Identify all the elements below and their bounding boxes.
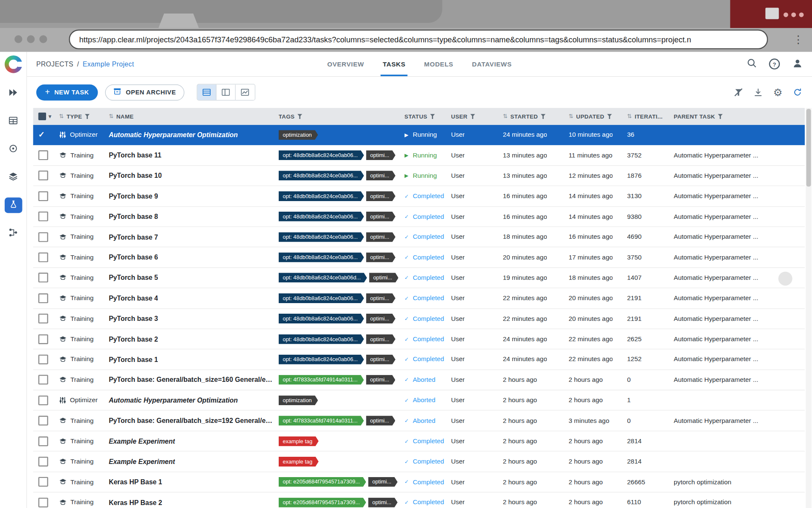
row-selected-check-icon[interactable]: ✓ <box>38 130 45 140</box>
vertical-scrollbar[interactable] <box>806 108 811 508</box>
filter-icon[interactable] <box>297 114 302 119</box>
window-dot-1[interactable] <box>784 12 788 17</box>
task-name[interactable]: PyTorch base 6 <box>109 254 158 261</box>
clearml-logo[interactable] <box>4 55 22 73</box>
row-checkbox[interactable] <box>38 252 48 262</box>
table-row[interactable]: TrainingPyTorch base 10opt: 48db0b8a6c82… <box>33 166 804 186</box>
refresh-icon[interactable] <box>791 86 804 98</box>
browser-reload-button[interactable] <box>39 35 47 43</box>
select-all-caret-icon[interactable]: ▾ <box>49 113 52 119</box>
open-archive-button[interactable]: OPEN ARCHIVE <box>105 84 184 100</box>
settings-icon[interactable]: ⚙ <box>771 86 784 98</box>
sort-icon[interactable]: ⇅ <box>109 113 114 120</box>
row-checkbox[interactable] <box>38 232 48 242</box>
table-row[interactable]: TrainingPyTorch base 1opt: 48db0b8a6c824… <box>33 350 804 370</box>
detail-view-button[interactable] <box>217 85 236 100</box>
sort-icon[interactable]: ⇅ <box>59 113 64 120</box>
browser-menu-icon[interactable]: ⋮ <box>793 31 804 47</box>
row-checkbox[interactable] <box>38 457 48 467</box>
download-icon[interactable] <box>752 86 764 98</box>
sort-icon[interactable]: ⇅ <box>627 113 632 120</box>
row-checkbox[interactable] <box>38 314 48 323</box>
task-name[interactable]: PyTorch base: General/batch_size=192 Gen… <box>109 417 274 425</box>
column-header-tags[interactable]: TAGS <box>279 113 405 120</box>
task-name[interactable]: Example Experiment <box>109 458 175 465</box>
column-header-user[interactable]: USER <box>451 113 503 120</box>
table-row[interactable]: TrainingKeras HP Base 1opt: e205d684f795… <box>33 472 804 492</box>
row-checkbox[interactable] <box>38 150 48 160</box>
row-checkbox[interactable] <box>38 334 48 344</box>
table-row[interactable]: TrainingPyTorch base: General/batch_size… <box>33 370 804 390</box>
sidebar-item-dashboard[interactable] <box>4 86 22 101</box>
column-header-updated[interactable]: ⇅UPDATED <box>568 113 627 120</box>
tab-dataviews[interactable]: DATAVIEWS <box>472 52 512 76</box>
task-name[interactable]: PyTorch base 5 <box>109 274 158 282</box>
task-name[interactable]: Keras HP Base 1 <box>109 478 162 486</box>
task-name[interactable]: PyTorch base 7 <box>109 233 158 241</box>
column-header-started[interactable]: ⇅STARTED <box>503 113 569 120</box>
table-row[interactable]: TrainingPyTorch base 5opt: 48db0b8a6c824… <box>33 268 804 288</box>
url-bar[interactable]: https://app.clear.ml/projects/2043a1657f… <box>69 30 768 50</box>
sort-icon[interactable]: ⇅ <box>568 113 573 120</box>
browser-forward-button[interactable] <box>27 35 35 43</box>
task-name[interactable]: PyTorch base 2 <box>109 335 158 343</box>
table-row[interactable]: TrainingPyTorch base 2opt: 48db0b8a6c824… <box>33 329 804 349</box>
sidebar-item-pipelines[interactable] <box>4 226 22 241</box>
clear-filters-icon[interactable] <box>732 86 744 98</box>
task-name[interactable]: PyTorch base 9 <box>109 192 158 200</box>
row-checkbox[interactable] <box>38 436 48 446</box>
sidebar-item-models[interactable] <box>4 169 22 185</box>
table-row[interactable]: TrainingPyTorch base 9opt: 48db0b8a6c824… <box>33 186 804 207</box>
table-row[interactable]: TrainingPyTorch base 6opt: 48db0b8a6c824… <box>33 248 804 268</box>
sidebar-item-datasets[interactable] <box>4 141 22 157</box>
column-header-name[interactable]: ⇅NAME <box>109 113 279 120</box>
table-row[interactable]: TrainingKeras HP Base 2opt: e205d684f795… <box>33 492 804 508</box>
table-row[interactable]: TrainingExample Experimentexample tag✓Co… <box>33 431 804 452</box>
tab-models[interactable]: MODELS <box>424 52 453 76</box>
breadcrumb-root[interactable]: PROJECTS <box>36 60 74 68</box>
help-icon[interactable]: ? <box>769 58 780 69</box>
row-checkbox[interactable] <box>38 416 48 425</box>
table-row[interactable]: TrainingPyTorch base 8opt: 48db0b8a6c824… <box>33 207 804 227</box>
breadcrumb-current[interactable]: Example Project <box>83 60 134 68</box>
tab-overview[interactable]: OVERVIEW <box>327 52 364 76</box>
row-checkbox[interactable] <box>38 273 48 283</box>
sidebar-item-projects[interactable] <box>4 113 22 129</box>
row-checkbox[interactable] <box>38 212 48 221</box>
task-name[interactable]: Automatic Hyperparameter Optimization <box>109 396 238 404</box>
row-checkbox[interactable] <box>38 171 48 180</box>
task-name[interactable]: PyTorch base 3 <box>109 315 158 323</box>
row-checkbox[interactable] <box>38 497 48 507</box>
filter-icon[interactable] <box>607 114 612 119</box>
table-row[interactable]: OptimizerAutomatic Hyperparameter Optimi… <box>33 390 804 411</box>
table-row[interactable]: TrainingExample Experimentexample tag✓Co… <box>33 452 804 472</box>
tab-tasks[interactable]: TASKS <box>383 52 406 76</box>
sidebar-item-experiments[interactable] <box>4 198 22 213</box>
column-header-status[interactable]: STATUS <box>404 113 451 120</box>
window-maximize-button[interactable] <box>765 8 779 19</box>
table-row[interactable]: TrainingPyTorch base 3opt: 48db0b8a6c824… <box>33 309 804 329</box>
column-header-type[interactable]: ⇅TYPE <box>59 113 109 120</box>
row-checkbox[interactable] <box>38 191 48 201</box>
filter-icon[interactable] <box>85 114 90 119</box>
row-checkbox[interactable] <box>38 293 48 303</box>
table-row[interactable]: TrainingPyTorch base 7opt: 48db0b8a6c824… <box>33 227 804 247</box>
task-name[interactable]: PyTorch base 8 <box>109 213 158 220</box>
table-row[interactable]: ✓OptimizerAutomatic Hyperparameter Optim… <box>33 125 804 145</box>
task-name[interactable]: PyTorch base 1 <box>109 356 158 363</box>
new-task-button[interactable]: + NEW TASK <box>36 84 98 100</box>
profile-icon[interactable] <box>792 58 802 70</box>
select-all-checkbox[interactable] <box>38 113 46 120</box>
row-checkbox[interactable] <box>38 375 48 385</box>
search-icon[interactable] <box>747 58 757 70</box>
row-checkbox[interactable] <box>38 395 48 405</box>
filter-icon[interactable] <box>470 114 475 119</box>
task-name[interactable]: PyTorch base 10 <box>109 172 162 179</box>
table-row[interactable]: TrainingPyTorch base 11opt: 48db0b8a6c82… <box>33 145 804 166</box>
row-checkbox[interactable] <box>38 477 48 487</box>
task-name[interactable]: PyTorch base: General/batch_size=160 Gen… <box>109 376 274 384</box>
window-dot-2[interactable] <box>791 12 796 17</box>
column-header-select[interactable]: ▾ <box>33 113 59 120</box>
compare-view-button[interactable] <box>236 85 255 100</box>
task-name[interactable]: PyTorch base 11 <box>109 152 161 159</box>
